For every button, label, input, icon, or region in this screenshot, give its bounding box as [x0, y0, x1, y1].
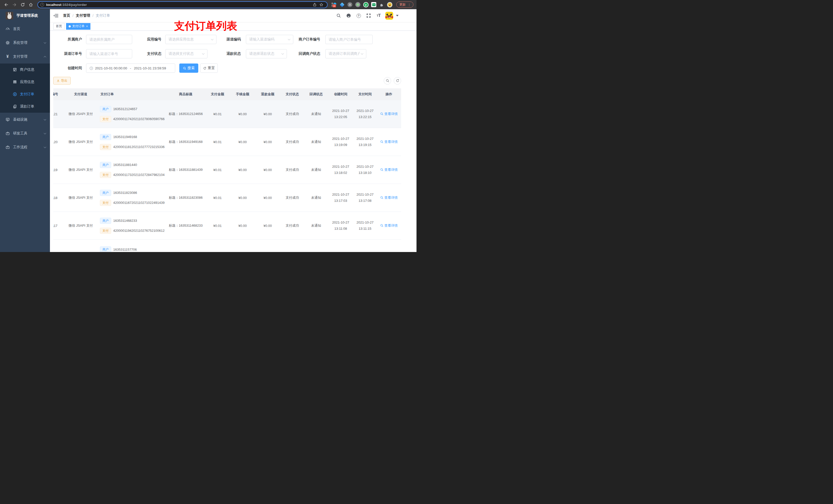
table-row-partial: 商户1635311157706	[53, 240, 401, 252]
app-select[interactable]: 请选择应用信息	[165, 35, 216, 44]
search-icon	[380, 140, 383, 143]
briefcase-icon	[5, 145, 10, 149]
view-detail-link[interactable]: 查看详情	[380, 140, 398, 144]
reload-icon[interactable]	[19, 1, 26, 8]
sidebar-item-workflow[interactable]: 工作流程	[0, 140, 50, 154]
export-button[interactable]: 导出	[53, 77, 71, 85]
close-icon[interactable]: ×	[86, 25, 88, 28]
extension-kite-icon[interactable]	[339, 2, 345, 7]
table-row: 119 微信 JSAPI 支付 商户1635311881440 支付420000…	[53, 156, 401, 184]
refresh-table-button[interactable]	[394, 77, 401, 85]
col-pay-order: 支付订单	[97, 88, 166, 100]
fullscreen-icon[interactable]	[365, 12, 372, 19]
extension-y-icon[interactable]: y	[363, 2, 368, 7]
sidebar-item-pay-order[interactable]: 支付订单	[0, 88, 50, 100]
dashboard-icon	[5, 27, 10, 31]
sidebar-toggle-icon[interactable]	[53, 13, 59, 18]
date-range-input[interactable]: 2021-10-01 00:00:00 - 2021-10-31 23:59:5…	[86, 64, 175, 73]
url-text: localhost:1024/pay/order	[46, 3, 87, 7]
breadcrumb-current: 支付订单	[96, 13, 110, 18]
store-icon	[13, 68, 17, 72]
breadcrumb-home[interactable]: 首页	[63, 13, 70, 18]
pay-status-select[interactable]: 请选择支付状态	[165, 49, 208, 58]
col-pay-status: 支付状态	[280, 88, 304, 100]
help-icon[interactable]: ?	[355, 12, 362, 19]
search-button[interactable]: 搜索	[179, 64, 198, 73]
forward-icon[interactable]	[11, 1, 18, 8]
clock-icon	[89, 66, 93, 70]
monitor-icon	[5, 118, 10, 122]
url-bar[interactable]: i localhost:1024/pay/order	[38, 1, 328, 8]
col-title: 商品标题	[166, 88, 205, 100]
page-content: 所属商户 应用编号 请选择应用信息 渠道编码 请输入渠道编码 商户订单编号	[50, 31, 416, 252]
active-dot	[69, 25, 71, 27]
user-menu-caret-icon[interactable]	[396, 15, 399, 16]
sidebar-item-dev-tools[interactable]: 研发工具	[0, 126, 50, 140]
refund-status-select[interactable]: 请选择退款状态	[246, 49, 287, 58]
view-detail-link[interactable]: 查看详情	[380, 223, 398, 228]
filter-row-3: 创建时间 2021-10-01 00:00:00 - 2021-10-31 23…	[53, 64, 401, 73]
chevron-down-icon	[44, 132, 46, 135]
tag-home[interactable]: 首页	[53, 23, 65, 30]
home-icon[interactable]	[27, 1, 34, 8]
view-detail-link[interactable]: 查看详情	[380, 167, 398, 172]
github-icon[interactable]	[345, 12, 352, 19]
refresh-icon	[396, 79, 399, 82]
site-info-icon[interactable]: i	[40, 3, 44, 7]
browser-chrome: i localhost:1024/pay/order 10 ⌘ y	[0, 0, 416, 9]
app-logo[interactable]: 芋道管理系统	[0, 9, 50, 22]
table-row: 121 微信 JSAPI 支付 商户1635312124657 支付420000…	[53, 100, 401, 128]
yen-circle-icon	[13, 92, 17, 97]
logo-image	[6, 12, 13, 20]
chevron-down-icon	[211, 38, 214, 40]
channel-code-select[interactable]: 请输入渠道编码	[246, 35, 293, 44]
search-icon	[380, 224, 383, 227]
table-row: 117 微信 JSAPI 支付 商户1635311468233 支付420000…	[53, 212, 401, 240]
sidebar-item-infrastructure[interactable]: 基础设施	[0, 113, 50, 126]
search-icon	[380, 196, 383, 199]
sidebar-item-app-info[interactable]: 应用信息	[0, 76, 50, 88]
sidebar-item-payment[interactable]: ¥ 支付管理	[0, 50, 50, 64]
merchant-tag: 商户	[100, 134, 111, 140]
merchant-input[interactable]	[86, 35, 132, 44]
filter-row-1: 所属商户 应用编号 请选择应用信息 渠道编码 请输入渠道编码 商户订单编号	[53, 35, 401, 44]
user-avatar[interactable]	[385, 12, 393, 20]
extensions-puzzle-icon[interactable]	[379, 2, 384, 7]
tag-pay-order[interactable]: 支付订单 ×	[66, 23, 90, 30]
sidebar-item-system[interactable]: 系统管理	[0, 36, 50, 50]
breadcrumb-payment[interactable]: 支付管理	[76, 13, 90, 18]
show-search-button[interactable]	[384, 77, 391, 85]
merchant-order-no-input[interactable]	[325, 35, 373, 44]
extension-badge-icon[interactable]: 10	[331, 2, 337, 7]
back-icon[interactable]	[3, 1, 10, 8]
col-channel: 支付渠道	[64, 88, 97, 100]
profile-avatar-icon[interactable]	[387, 2, 392, 7]
chevron-down-icon	[288, 38, 290, 40]
extension-chat-icon[interactable]	[371, 2, 377, 7]
bookmark-star-icon[interactable]	[318, 1, 325, 8]
chevron-down-icon	[361, 52, 363, 54]
sidebar-item-refund-order[interactable]: 退款订单	[0, 100, 50, 113]
browser-menu-icon[interactable]: ⋮	[407, 3, 411, 7]
chevron-down-icon	[202, 52, 205, 54]
document-copy-icon	[13, 104, 17, 109]
view-detail-link[interactable]: 查看详情	[380, 112, 398, 116]
sidebar-item-merchant-info[interactable]: 商户信息	[0, 64, 50, 76]
extension-command-icon[interactable]: ⌘	[347, 2, 353, 7]
browser-update-button[interactable]: 更新 ⋮	[396, 2, 413, 8]
chevron-down-icon	[44, 41, 46, 44]
channel-order-no-input[interactable]	[86, 49, 132, 58]
share-icon[interactable]	[311, 1, 318, 8]
briefcase-icon	[5, 131, 10, 136]
reset-button[interactable]: 重置	[200, 64, 218, 73]
orders-table: 编号 支付渠道 支付订单 商品标题 支付金额 手续金额 退款金额 支付状态 回调…	[53, 88, 401, 252]
notify-status-select[interactable]: 请选择订单回调商户状态	[325, 49, 366, 58]
extension-record-icon[interactable]	[355, 2, 361, 7]
view-detail-link[interactable]: 查看详情	[380, 195, 398, 200]
col-id: 编号	[53, 88, 64, 100]
header-search-icon[interactable]	[335, 12, 342, 19]
font-size-icon[interactable]: TT	[375, 12, 382, 19]
sidebar-item-home[interactable]: 首页	[0, 22, 50, 36]
merchant-tag: 商户	[100, 246, 111, 252]
sidebar: 芋道管理系统 首页 系统管理 ¥ 支付管理	[0, 9, 50, 252]
